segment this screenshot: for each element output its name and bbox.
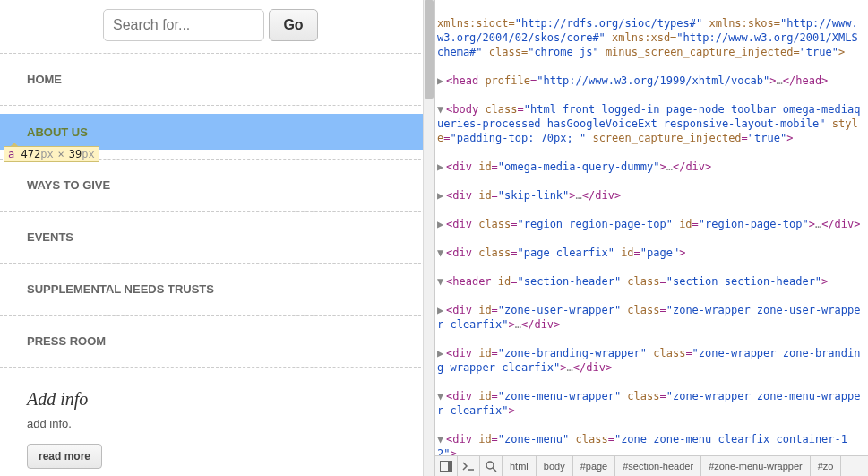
dom-line[interactable]: ▶<div id="zone-branding-wrapper" class="… bbox=[437, 346, 864, 375]
menu-item-trusts[interactable]: SUPPLEMENTAL NEEDS TRUSTS bbox=[0, 263, 434, 316]
dom-line[interactable]: ▼<div id="zone-menu-wrapper" class="zone… bbox=[437, 389, 864, 418]
dom-line[interactable]: xmlns:sioct="http://rdfs.org/sioc/types#… bbox=[437, 16, 864, 59]
menu-item-home[interactable]: HOME bbox=[0, 53, 434, 106]
dom-line[interactable]: ▶<head profile="http://www.w3.org/1999/x… bbox=[437, 74, 864, 88]
menu-item-about-us[interactable]: ABOUT US bbox=[0, 114, 423, 150]
tooltip-separator: × bbox=[54, 148, 69, 160]
crumb-body[interactable]: body bbox=[537, 456, 573, 476]
tooltip-width: 472 bbox=[21, 148, 40, 160]
tooltip-tag: a bbox=[8, 148, 14, 160]
dom-line[interactable]: ▶<div id="zone-user-wrapper" class="zone… bbox=[437, 303, 864, 332]
dom-line[interactable]: ▼<body class="html front logged-in page-… bbox=[437, 102, 864, 145]
svg-point-2 bbox=[486, 462, 494, 469]
menu-item-ways-to-give[interactable]: WAYS TO GIVE bbox=[0, 159, 434, 212]
devtools-pane: xmlns:sioct="http://rdfs.org/sioc/types#… bbox=[434, 0, 868, 476]
crumb-zone-menu-wrapper[interactable]: #zone-menu-wrapper bbox=[701, 456, 811, 476]
tooltip-width-unit: px bbox=[40, 148, 53, 160]
menu-item-events[interactable]: EVENTS bbox=[0, 211, 434, 264]
search-go-button[interactable]: Go bbox=[269, 9, 318, 41]
page-content-pane: Go HOME ABOUT US WAYS TO GIVE EVENTS SUP… bbox=[0, 0, 434, 476]
dom-line[interactable]: ▶<div class="region region-page-top" id=… bbox=[437, 217, 864, 231]
crumb-html[interactable]: html bbox=[503, 456, 537, 476]
add-info-title: Add info bbox=[27, 389, 408, 410]
inspector-size-tooltip: a 472px × 39px bbox=[4, 146, 99, 162]
add-info-block: Add info add info. read more bbox=[0, 367, 434, 476]
search-input[interactable] bbox=[103, 9, 264, 41]
console-icon[interactable] bbox=[458, 456, 480, 476]
tooltip-height: 39 bbox=[69, 148, 82, 160]
add-info-body: add info. bbox=[27, 417, 408, 430]
dom-line[interactable]: ▼<div id="zone-menu" class="zone zone-me… bbox=[437, 432, 864, 455]
devtools-breadcrumb: html body #page #section-header #zone-me… bbox=[435, 455, 868, 476]
svg-rect-1 bbox=[448, 462, 451, 471]
search-row: Go bbox=[0, 0, 434, 50]
dom-line[interactable]: ▶<div id="omega-media-query-dummy">…</di… bbox=[437, 160, 864, 174]
scrollbar-thumb[interactable] bbox=[425, 0, 434, 99]
svg-line-3 bbox=[493, 468, 496, 472]
read-more-button[interactable]: read more bbox=[27, 444, 102, 469]
menu-item-press-room[interactable]: PRESS ROOM bbox=[0, 315, 434, 368]
crumb-zone[interactable]: #zo bbox=[811, 456, 842, 476]
dom-line[interactable]: ▶<div id="skip-link">…</div> bbox=[437, 188, 864, 203]
crumb-section-header[interactable]: #section-header bbox=[615, 456, 701, 476]
dom-line[interactable]: ▼<div class="page clearfix" id="page"> bbox=[437, 246, 864, 260]
main-menu: HOME ABOUT US WAYS TO GIVE EVENTS SUPPLE… bbox=[0, 53, 434, 368]
page-scrollbar[interactable] bbox=[423, 0, 434, 476]
menu-highlight-wrap: ABOUT US bbox=[0, 114, 434, 150]
dock-icon[interactable] bbox=[435, 456, 458, 476]
crumb-page[interactable]: #page bbox=[573, 456, 616, 476]
dom-line[interactable]: ▼<header id="section-header" class="sect… bbox=[437, 274, 864, 289]
dom-tree[interactable]: xmlns:sioct="http://rdfs.org/sioc/types#… bbox=[435, 0, 868, 455]
search-icon[interactable] bbox=[480, 456, 503, 476]
tooltip-height-unit: px bbox=[82, 148, 94, 160]
